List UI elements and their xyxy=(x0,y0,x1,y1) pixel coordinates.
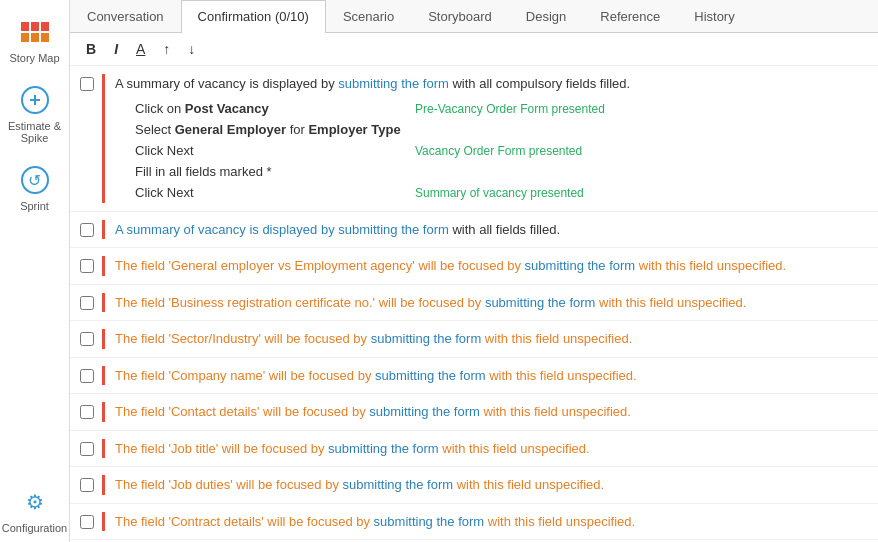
up-button[interactable]: ↑ xyxy=(157,39,176,59)
item-checkbox-2[interactable] xyxy=(80,223,94,237)
item-text-9: The field 'Job duties' will be focused b… xyxy=(115,475,868,495)
item-text-10: The field 'Contract details' will be foc… xyxy=(115,512,868,532)
item-checkbox-9[interactable] xyxy=(80,478,94,492)
item-checkbox-6[interactable] xyxy=(80,369,94,383)
step-item-2: Select General Employer for Employer Typ… xyxy=(135,119,868,140)
list-item: A summary of vacancy is displayed by sub… xyxy=(70,212,878,249)
sidebar-label-estimate: Estimate & Spike xyxy=(4,120,65,144)
step-item-4: Fill in all fields marked * xyxy=(135,161,868,182)
item-body-4: The field 'Business registration certifi… xyxy=(102,293,868,313)
list-item: The field 'Job duties' will be focused b… xyxy=(70,467,878,504)
sprint-icon: ↺ xyxy=(19,164,51,196)
sidebar: Story Map Estimate & Spike ↺ Sprint ⚙ Co… xyxy=(0,0,70,542)
item-body-2: A summary of vacancy is displayed by sub… xyxy=(102,220,868,240)
list-item: The field 'Sector/Industry' will be focu… xyxy=(70,321,878,358)
down-button[interactable]: ↓ xyxy=(182,39,201,59)
sidebar-item-estimate-spike[interactable]: Estimate & Spike xyxy=(0,76,69,152)
item-text-4: The field 'Business registration certifi… xyxy=(115,293,868,313)
item-text-7: The field 'Contact details' will be focu… xyxy=(115,402,868,422)
list-item: The field 'Job title' will be focused by… xyxy=(70,431,878,468)
tab-scenario[interactable]: Scenario xyxy=(326,0,411,32)
tab-design[interactable]: Design xyxy=(509,0,583,32)
item-body-1: A summary of vacancy is displayed by sub… xyxy=(102,74,868,203)
item-checkbox-3[interactable] xyxy=(80,259,94,273)
italic-button[interactable]: I xyxy=(108,39,124,59)
item-text-1: A summary of vacancy is displayed by sub… xyxy=(115,74,868,94)
text-toolbar: B I A ↑ ↓ xyxy=(70,33,878,66)
item-checkbox-10[interactable] xyxy=(80,515,94,529)
item-checkbox-4[interactable] xyxy=(80,296,94,310)
tab-bar: Conversation Confirmation (0/10) Scenari… xyxy=(70,0,878,33)
sidebar-item-story-map[interactable]: Story Map xyxy=(0,8,69,72)
list-item: The field 'Contact details' will be focu… xyxy=(70,394,878,431)
step-item-1: Click on Post Vacancy Pre-Vacancy Order … xyxy=(135,98,868,119)
item-body-10: The field 'Contract details' will be foc… xyxy=(102,512,868,532)
item-body-6: The field 'Company name' will be focused… xyxy=(102,366,868,386)
confirmation-list: A summary of vacancy is displayed by sub… xyxy=(70,66,878,542)
item-body-7: The field 'Contact details' will be focu… xyxy=(102,402,868,422)
item-body-5: The field 'Sector/Industry' will be focu… xyxy=(102,329,868,349)
item-checkbox-7[interactable] xyxy=(80,405,94,419)
tab-history[interactable]: History xyxy=(677,0,751,32)
step-item-3: Click Next Vacancy Order Form presented xyxy=(135,140,868,161)
item-checkbox-5[interactable] xyxy=(80,332,94,346)
steps-list: Click on Post Vacancy Pre-Vacancy Order … xyxy=(115,98,868,203)
item-body-9: The field 'Job duties' will be focused b… xyxy=(102,475,868,495)
list-item: The field 'Contract details' will be foc… xyxy=(70,504,878,541)
step-item-5: Click Next Summary of vacancy presented xyxy=(135,182,868,203)
item-text-3: The field 'General employer vs Employmen… xyxy=(115,256,868,276)
list-item: The field 'Business registration certifi… xyxy=(70,285,878,322)
sidebar-item-sprint[interactable]: ↺ Sprint xyxy=(0,156,69,220)
list-item: The field 'Company name' will be focused… xyxy=(70,358,878,395)
underline-button[interactable]: A xyxy=(130,39,151,59)
item-text-2: A summary of vacancy is displayed by sub… xyxy=(115,220,868,240)
tab-reference[interactable]: Reference xyxy=(583,0,677,32)
sidebar-label-config: Configuration xyxy=(2,522,67,534)
sidebar-item-configuration[interactable]: ⚙ Configuration xyxy=(0,478,69,542)
item-checkbox-8[interactable] xyxy=(80,442,94,456)
list-item: A summary of vacancy is displayed by sub… xyxy=(70,66,878,212)
configuration-icon: ⚙ xyxy=(19,486,51,518)
bold-button[interactable]: B xyxy=(80,39,102,59)
item-text-8: The field 'Job title' will be focused by… xyxy=(115,439,868,459)
story-map-icon xyxy=(19,16,51,48)
item-text-6: The field 'Company name' will be focused… xyxy=(115,366,868,386)
item-body-3: The field 'General employer vs Employmen… xyxy=(102,256,868,276)
estimate-spike-icon xyxy=(19,84,51,116)
tab-conversation[interactable]: Conversation xyxy=(70,0,181,32)
item-text-5: The field 'Sector/Industry' will be focu… xyxy=(115,329,868,349)
item-body-8: The field 'Job title' will be focused by… xyxy=(102,439,868,459)
tab-storyboard[interactable]: Storyboard xyxy=(411,0,509,32)
tab-confirmation[interactable]: Confirmation (0/10) xyxy=(181,0,326,33)
sidebar-label-sprint: Sprint xyxy=(20,200,49,212)
main-content: Conversation Confirmation (0/10) Scenari… xyxy=(70,0,878,542)
item-checkbox-1[interactable] xyxy=(80,77,94,91)
list-item: The field 'General employer vs Employmen… xyxy=(70,248,878,285)
sidebar-label-story-map: Story Map xyxy=(9,52,59,64)
